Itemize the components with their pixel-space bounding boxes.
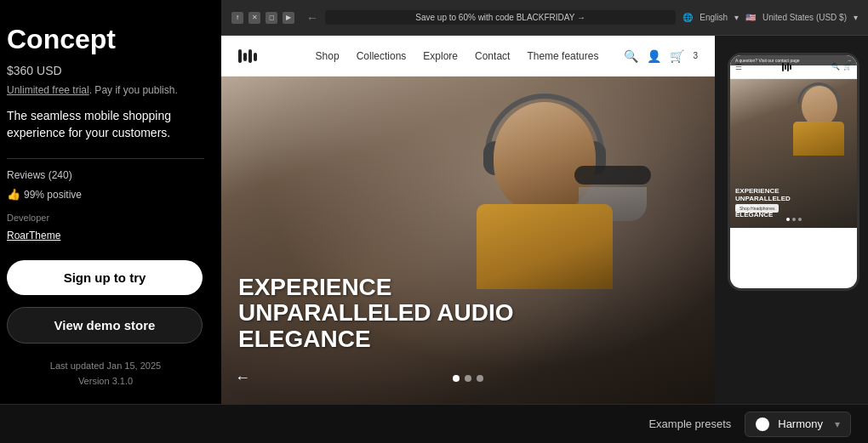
bottom-bar: Example presets Harmony ▾ <box>0 404 868 443</box>
mobile-jacket <box>793 122 844 156</box>
currency-label[interactable]: United States (USD $) <box>762 13 847 22</box>
preset-name: Harmony <box>778 417 823 430</box>
cart-count: 3 <box>693 51 698 60</box>
globe-icon: 🌐 <box>682 13 693 22</box>
chevron-down-icon: ▾ <box>734 13 739 22</box>
signup-button[interactable]: Sign up to try <box>7 260 203 295</box>
thumbs-up-icon: 👍 <box>7 188 20 201</box>
promo-text: Save up to 60% with code BLACKFRIDAY <box>415 13 574 22</box>
theme-preview: Shop Collections Explore Contact Theme f… <box>221 36 868 404</box>
sunglasses <box>574 166 651 185</box>
mobile-dots <box>730 218 857 221</box>
nav-explore[interactable]: Explore <box>423 50 458 62</box>
preview-area: f ✕ ◻ ▶ ← Save up to 60% with code BLACK… <box>221 0 868 404</box>
mobile-person <box>780 79 857 181</box>
mobile-dot-3[interactable] <box>798 218 802 221</box>
hero-title-line3: ELEGANCE <box>238 327 514 353</box>
browser-nav: ← <box>306 11 318 25</box>
logo-bar-1 <box>238 49 242 63</box>
mobile-mockup: ☰ 🔍 🛒 A question? Visit our contact page <box>728 53 859 291</box>
preset-selector[interactable]: Harmony ▾ <box>745 412 851 437</box>
search-icon[interactable]: 🔍 <box>624 49 638 63</box>
youtube-icon[interactable]: ▶ <box>283 12 294 24</box>
hero-title-line1: EXPERIENCE <box>238 275 514 301</box>
example-presets-label: Example presets <box>648 417 731 430</box>
nav-collections[interactable]: Collections <box>357 50 407 62</box>
hero-text: EXPERIENCE UNPARALLELED AUDIO ELEGANCE <box>238 275 514 353</box>
app-title: Concept <box>7 24 204 55</box>
hero-nav: ← → <box>221 369 715 387</box>
version: Version 3.1.0 <box>7 374 204 389</box>
hero-title-line2: UNPARALLELED AUDIO <box>238 300 514 327</box>
hero-dot-1[interactable] <box>453 375 460 382</box>
hero-dot-3[interactable] <box>477 375 483 382</box>
theme-logo <box>238 49 257 63</box>
left-panel: Concept $360 USD Unlimited free trial. P… <box>0 0 221 443</box>
cart-icon[interactable]: 🛒 <box>670 49 684 63</box>
hero-dot-2[interactable] <box>465 375 471 382</box>
divider <box>7 158 204 159</box>
twitter-icon[interactable]: ✕ <box>248 12 260 24</box>
theme-nav: Shop Collections Explore Contact Theme f… <box>221 36 715 77</box>
nav-theme-features[interactable]: Theme features <box>527 50 598 62</box>
mobile-dot-1[interactable] <box>786 218 790 221</box>
browser-chrome: f ✕ ◻ ▶ ← Save up to 60% with code BLACK… <box>221 0 868 36</box>
mobile-inner: ☰ 🔍 🛒 A question? Visit our contact page <box>730 55 857 288</box>
logo-bar-2 <box>243 53 247 61</box>
theme-nav-icons: 🔍 👤 🛒 3 <box>624 49 698 63</box>
promo-arrow-icon: → <box>577 13 585 22</box>
currency-chevron-icon: ▾ <box>854 13 858 22</box>
instagram-icon[interactable]: ◻ <box>266 12 277 24</box>
last-updated: Last updated Jan 15, 2025 <box>7 359 204 374</box>
mobile-person-head <box>802 86 837 127</box>
mobile-hero: EXPERIENCE UNPARALLELED AUDIO ELEGANCE S… <box>730 79 857 228</box>
hero-title: EXPERIENCE UNPARALLELED AUDIO ELEGANCE <box>238 275 514 353</box>
mobile-hero-title: EXPERIENCE UNPARALLELED AUDIO ELEGANCE <box>735 187 795 219</box>
description: The seamless mobile shopping experience … <box>7 108 204 141</box>
mobile-question-arrow-icon: → <box>847 58 852 63</box>
positive-label: 99% positive <box>24 189 82 201</box>
mobile-question-text: A question? Visit our contact page <box>735 58 800 63</box>
preset-chevron-icon: ▾ <box>835 418 840 430</box>
free-trial-suffix: . Pay if you publish. <box>89 84 178 96</box>
free-trial-link[interactable]: Unlimited free trial <box>7 84 89 96</box>
mobile-dot-2[interactable] <box>792 218 796 221</box>
flag-icon: 🇺🇸 <box>745 13 756 22</box>
nav-shop[interactable]: Shop <box>316 50 340 62</box>
mobile-shop-button[interactable]: Shop Headphones <box>735 204 779 213</box>
facebook-icon[interactable]: f <box>231 12 243 24</box>
social-icons: f ✕ ◻ ▶ <box>231 12 294 24</box>
browser-right: 🌐 English ▾ 🇺🇸 United States (USD $) ▾ <box>682 13 858 22</box>
mobile-question-bar: A question? Visit our contact page → <box>730 55 857 65</box>
person-head <box>494 102 596 213</box>
hero-dots <box>453 375 483 382</box>
hero-area: EXPERIENCE UNPARALLELED AUDIO ELEGANCE ←… <box>221 77 715 404</box>
desktop-mockup: Shop Collections Explore Contact Theme f… <box>221 36 715 404</box>
promo-bar: Save up to 60% with code BLACKFRIDAY → <box>325 10 676 25</box>
developer-name[interactable]: RoarTheme <box>7 230 204 241</box>
nav-contact[interactable]: Contact <box>475 50 510 62</box>
mobile-hero-text: EXPERIENCE UNPARALLELED AUDIO ELEGANCE <box>735 187 795 219</box>
logo-bar-3 <box>248 49 252 63</box>
meta-info: Last updated Jan 15, 2025 Version 3.1.0 <box>7 359 204 389</box>
free-trial-text: Unlimited free trial. Pay if you publish… <box>7 84 204 96</box>
preset-dot <box>756 417 769 431</box>
language-label[interactable]: English <box>700 13 728 22</box>
back-arrow-icon[interactable]: ← <box>306 11 318 25</box>
demo-button[interactable]: View demo store <box>7 307 203 344</box>
developer-label: Developer <box>7 213 204 223</box>
logo-bar-4 <box>254 53 257 61</box>
reviews: Reviews (240) <box>7 169 204 181</box>
account-icon[interactable]: 👤 <box>647 49 661 63</box>
positive-rating: 👍 99% positive <box>7 188 204 201</box>
price: $360 USD <box>7 64 204 77</box>
prev-arrow-icon[interactable]: ← <box>235 369 250 387</box>
